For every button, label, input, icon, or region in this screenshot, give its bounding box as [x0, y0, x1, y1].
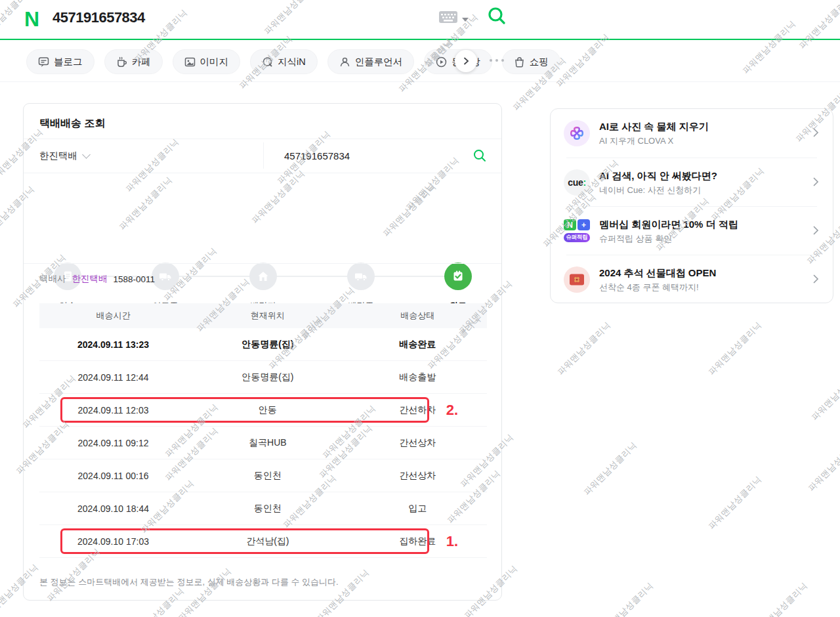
table-row: 2024.09.11 09:12칠곡HUB간선상차 [39, 427, 487, 459]
image-icon [184, 56, 196, 68]
promo-item-clova[interactable]: AI로 사진 속 물체 지우기 AI 지우개 CLOVA X [551, 109, 833, 158]
search-icon [472, 148, 487, 163]
clipboard-check-icon [444, 263, 472, 290]
naver-logo[interactable]: N [24, 7, 39, 32]
header-search-button[interactable] [486, 5, 507, 29]
table-row-highlighted: 2024.09.10 17:03간석남(집)집하완료 1. [39, 525, 487, 558]
promo-item-cue[interactable]: cue: AI 검색, 아직 안 써봤다면? 네이버 Cue: 사전 신청하기 [551, 158, 833, 207]
search-icon [486, 5, 507, 26]
tab-image[interactable]: 이미지 [173, 49, 241, 74]
tab-influencer[interactable]: 인플루언서 [327, 49, 415, 74]
clova-clover-icon [564, 120, 590, 146]
watermark-text: 파워맨남성클리닉 [555, 319, 613, 377]
table-header-row: 배송시간 현재위치 배송상태 [39, 303, 487, 328]
tab-cafe[interactable]: 카페 [104, 49, 163, 74]
watermark-text: 파워맨남성클리닉 [705, 473, 764, 532]
tracking-search-button[interactable] [472, 148, 487, 165]
keyboard-icon [438, 9, 458, 28]
chevron-right-icon [810, 177, 821, 187]
cue-logo-icon: cue: [564, 169, 590, 196]
courier-select[interactable]: 한진택배 [39, 138, 89, 173]
influencer-icon [339, 56, 350, 68]
header: N 457191657834 [0, 0, 840, 40]
tab-shopping[interactable]: 쇼핑 [502, 49, 560, 74]
tab-kin[interactable]: 지식iN [250, 49, 318, 74]
chevron-right-icon [810, 127, 821, 138]
chevron-right-icon [461, 56, 471, 66]
truck-icon [347, 263, 375, 290]
table-row: 2024.09.11 00:16동인천간선상차 [39, 459, 487, 492]
chevron-right-icon [810, 225, 821, 236]
promo-item-gift[interactable]: 2024 추석 선물대첩 OPEN 선착순 4종 쿠폰 혜택까지! [551, 255, 833, 304]
tracking-history-table: 배송시간 현재위치 배송상태 2024.09.11 13:23안동명륜(집)배송… [39, 303, 487, 558]
watermark-text: 파워맨남성클리닉 [751, 580, 810, 617]
table-row: 2024.09.11 12:44안동명륜(집)배송출발 [39, 361, 487, 394]
table-row-highlighted: 2024.09.11 12:03안동간선하차 2. [39, 394, 487, 427]
tracking-search-row: 한진택배 457191657834 [24, 138, 501, 173]
annotation-number: 2. [446, 402, 458, 419]
keyboard-dropdown-caret-icon[interactable] [462, 18, 469, 22]
watermark-text: 파워맨남성클리닉 [808, 364, 840, 423]
search-query-text[interactable]: 457191657834 [52, 9, 145, 26]
annotation-number: 1. [446, 533, 458, 550]
parcel-tracking-card: 택배배송 조회 한진택배 457191657834 인수 이동중 [23, 103, 502, 601]
courier-info: 택배사 한진택배 1588-0011 [39, 273, 155, 285]
tab-blog[interactable]: 블로그 [26, 49, 94, 74]
house-icon [249, 263, 277, 290]
membership-nplus-icon: N + 슈퍼적립 [564, 218, 590, 244]
gift-icon [564, 266, 590, 293]
cafe-icon [116, 56, 127, 68]
promo-card: AI로 사진 속 물체 지우기 AI 지우개 CLOVA X cue: AI 검… [550, 108, 833, 303]
more-tabs-button[interactable] [490, 59, 504, 62]
chevron-right-icon [810, 274, 821, 284]
search-tab-bar: 블로그 카페 이미지 지식iN 인플루언서 동영상 쇼핑 [0, 41, 840, 82]
courier-phone: 1588-0011 [114, 274, 156, 284]
blog-icon [38, 56, 49, 68]
watermark-text: 파워맨남성클리닉 [805, 435, 840, 494]
video-icon [436, 56, 447, 68]
watermark-text: 파워맨남성클리닉 [581, 439, 639, 498]
keyboard-tool-button[interactable] [438, 9, 469, 28]
table-row: 2024.09.11 13:23안동명륜(집)배송완료 [39, 328, 487, 361]
promo-item-membership[interactable]: N + 슈퍼적립 멤버십 회원이라면 10% 더 적립 슈퍼적립 상품 확인 [551, 207, 833, 255]
tabs-scroll-next-button[interactable] [455, 50, 477, 72]
courier-name-link[interactable]: 한진택배 [72, 273, 108, 285]
truck-icon [152, 263, 179, 290]
shopping-icon [514, 56, 525, 68]
disclaimer-text: 본 정보는 스마트택배에서 제공받는 정보로, 실제 배송상황과 다를 수 있습… [39, 576, 339, 588]
watermark-text: 파워맨남성클리닉 [705, 319, 764, 377]
watermark-text: 파워맨남성클리닉 [597, 580, 656, 617]
kin-icon [262, 56, 273, 68]
table-row: 2024.09.10 18:44동인천입고 [39, 492, 487, 525]
chevron-down-icon [82, 150, 91, 159]
delivery-progress: 인수 이동중 배달지 배달중 완료 [24, 173, 501, 263]
tracking-number-input[interactable]: 457191657834 [284, 138, 350, 173]
courier-label: 택배사 [39, 273, 66, 285]
card-title: 택배배송 조회 [39, 117, 105, 131]
